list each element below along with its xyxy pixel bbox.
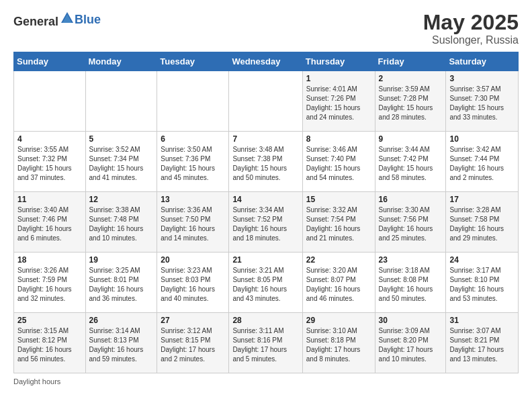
day-number: 25 [17,316,82,325]
day-number: 22 [306,255,371,265]
day-info: Sunrise: 3:23 AM Sunset: 8:03 PM Dayligh… [161,266,225,304]
day-info: Sunrise: 3:48 AM Sunset: 7:38 PM Dayligh… [232,145,298,183]
day-number: 13 [161,195,225,204]
day-info: Sunrise: 3:25 AM Sunset: 8:01 PM Dayligh… [89,266,154,304]
table-row: 1Sunrise: 4:01 AM Sunset: 7:26 PM Daylig… [302,71,375,132]
header-sunday: Sunday [14,52,86,71]
day-number: 1 [306,74,371,83]
day-number: 4 [17,134,82,144]
day-number: 27 [161,316,225,325]
day-number: 12 [89,195,154,204]
logo: General Blue [13,11,101,29]
header-thursday: Thursday [302,52,375,71]
table-row: 15Sunrise: 3:32 AM Sunset: 7:54 PM Dayli… [302,192,375,253]
day-number: 6 [161,134,225,144]
table-row: 10Sunrise: 3:42 AM Sunset: 7:44 PM Dayli… [446,132,519,192]
table-row: 22Sunrise: 3:20 AM Sunset: 8:07 PM Dayli… [302,253,375,313]
day-info: Sunrise: 3:52 AM Sunset: 7:34 PM Dayligh… [89,145,154,183]
day-number: 19 [89,255,154,265]
day-number: 11 [17,195,82,204]
day-info: Sunrise: 3:18 AM Sunset: 8:08 PM Dayligh… [379,266,443,304]
table-row: 27Sunrise: 3:12 AM Sunset: 8:15 PM Dayli… [157,313,229,373]
table-row: 29Sunrise: 3:10 AM Sunset: 8:18 PM Dayli… [302,313,375,373]
day-number: 15 [306,195,371,204]
day-number: 30 [379,316,443,325]
table-row: 17Sunrise: 3:28 AM Sunset: 7:58 PM Dayli… [446,192,519,253]
table-row: 31Sunrise: 3:07 AM Sunset: 8:21 PM Dayli… [446,313,519,373]
day-number: 5 [89,134,154,144]
day-number: 17 [449,195,515,204]
table-row: 9Sunrise: 3:44 AM Sunset: 7:42 PM Daylig… [375,132,446,192]
day-number: 21 [232,255,298,265]
table-row: 13Sunrise: 3:36 AM Sunset: 7:50 PM Dayli… [157,192,229,253]
table-row: 12Sunrise: 3:38 AM Sunset: 7:48 PM Dayli… [85,192,157,253]
page-header: General Blue May 2025 Suslonger, Russia [13,11,519,46]
day-info: Sunrise: 3:59 AM Sunset: 7:28 PM Dayligh… [379,85,443,122]
day-info: Sunrise: 4:01 AM Sunset: 7:26 PM Dayligh… [306,85,371,122]
table-row: 4Sunrise: 3:55 AM Sunset: 7:32 PM Daylig… [14,132,86,192]
day-info: Sunrise: 3:46 AM Sunset: 7:40 PM Dayligh… [306,145,371,183]
day-number: 31 [449,316,515,325]
calendar-week-row: 25Sunrise: 3:15 AM Sunset: 8:12 PM Dayli… [14,313,519,373]
header-wednesday: Wednesday [229,52,302,71]
day-info: Sunrise: 3:30 AM Sunset: 7:56 PM Dayligh… [379,205,443,243]
table-row [157,71,229,132]
table-row: 8Sunrise: 3:46 AM Sunset: 7:40 PM Daylig… [302,132,375,192]
day-info: Sunrise: 3:20 AM Sunset: 8:07 PM Dayligh… [306,266,371,304]
page-subtitle: Suslonger, Russia [423,34,519,46]
day-number: 9 [379,134,443,144]
table-row: 26Sunrise: 3:14 AM Sunset: 8:13 PM Dayli… [85,313,157,373]
day-number: 20 [161,255,225,265]
day-info: Sunrise: 3:40 AM Sunset: 7:46 PM Dayligh… [17,205,82,243]
day-info: Sunrise: 3:36 AM Sunset: 7:50 PM Dayligh… [161,205,225,243]
day-info: Sunrise: 3:57 AM Sunset: 7:30 PM Dayligh… [449,85,515,122]
table-row: 6Sunrise: 3:50 AM Sunset: 7:36 PM Daylig… [157,132,229,192]
table-row: 23Sunrise: 3:18 AM Sunset: 8:08 PM Dayli… [375,253,446,313]
logo-blue: Blue [75,13,101,27]
table-row: 20Sunrise: 3:23 AM Sunset: 8:03 PM Dayli… [157,253,229,313]
day-info: Sunrise: 3:12 AM Sunset: 8:15 PM Dayligh… [161,326,225,364]
day-info: Sunrise: 3:26 AM Sunset: 7:59 PM Dayligh… [17,266,82,304]
table-row: 5Sunrise: 3:52 AM Sunset: 7:34 PM Daylig… [85,132,157,192]
title-section: May 2025 Suslonger, Russia [423,11,519,46]
day-info: Sunrise: 3:14 AM Sunset: 8:13 PM Dayligh… [89,326,154,364]
day-number: 29 [306,316,371,325]
day-number: 14 [232,195,298,204]
table-row: 2Sunrise: 3:59 AM Sunset: 7:28 PM Daylig… [375,71,446,132]
logo-general: General [13,15,58,28]
day-info: Sunrise: 3:09 AM Sunset: 8:20 PM Dayligh… [379,326,443,364]
header-monday: Monday [85,52,157,71]
day-info: Sunrise: 3:34 AM Sunset: 7:52 PM Dayligh… [232,205,298,243]
day-number: 2 [379,74,443,83]
day-number: 8 [306,134,371,144]
day-number: 24 [449,255,515,265]
day-info: Sunrise: 3:28 AM Sunset: 7:58 PM Dayligh… [449,205,515,243]
table-row: 25Sunrise: 3:15 AM Sunset: 8:12 PM Dayli… [14,313,86,373]
table-row: 11Sunrise: 3:40 AM Sunset: 7:46 PM Dayli… [14,192,86,253]
day-info: Sunrise: 3:44 AM Sunset: 7:42 PM Dayligh… [379,145,443,183]
header-friday: Friday [375,52,446,71]
logo-icon [60,11,75,26]
day-info: Sunrise: 3:21 AM Sunset: 8:05 PM Dayligh… [232,266,298,304]
header-saturday: Saturday [446,52,519,71]
footer-note: Daylight hours [13,377,519,385]
table-row [229,71,302,132]
calendar-week-row: 4Sunrise: 3:55 AM Sunset: 7:32 PM Daylig… [14,132,519,192]
day-info: Sunrise: 3:15 AM Sunset: 8:12 PM Dayligh… [17,326,82,364]
day-info: Sunrise: 3:38 AM Sunset: 7:48 PM Dayligh… [89,205,154,243]
day-number: 26 [89,316,154,325]
table-row: 14Sunrise: 3:34 AM Sunset: 7:52 PM Dayli… [229,192,302,253]
day-info: Sunrise: 3:10 AM Sunset: 8:18 PM Dayligh… [306,326,371,364]
day-info: Sunrise: 3:17 AM Sunset: 8:10 PM Dayligh… [449,266,515,304]
day-number: 16 [379,195,443,204]
day-number: 10 [449,134,515,144]
weekday-header-row: Sunday Monday Tuesday Wednesday Thursday… [14,52,519,71]
calendar-week-row: 18Sunrise: 3:26 AM Sunset: 7:59 PM Dayli… [14,253,519,313]
table-row: 30Sunrise: 3:09 AM Sunset: 8:20 PM Dayli… [375,313,446,373]
day-info: Sunrise: 3:07 AM Sunset: 8:21 PM Dayligh… [449,326,515,364]
page-title: May 2025 [423,11,519,34]
day-info: Sunrise: 3:11 AM Sunset: 8:16 PM Dayligh… [232,326,298,364]
table-row: 18Sunrise: 3:26 AM Sunset: 7:59 PM Dayli… [14,253,86,313]
table-row: 16Sunrise: 3:30 AM Sunset: 7:56 PM Dayli… [375,192,446,253]
calendar-week-row: 11Sunrise: 3:40 AM Sunset: 7:46 PM Dayli… [14,192,519,253]
